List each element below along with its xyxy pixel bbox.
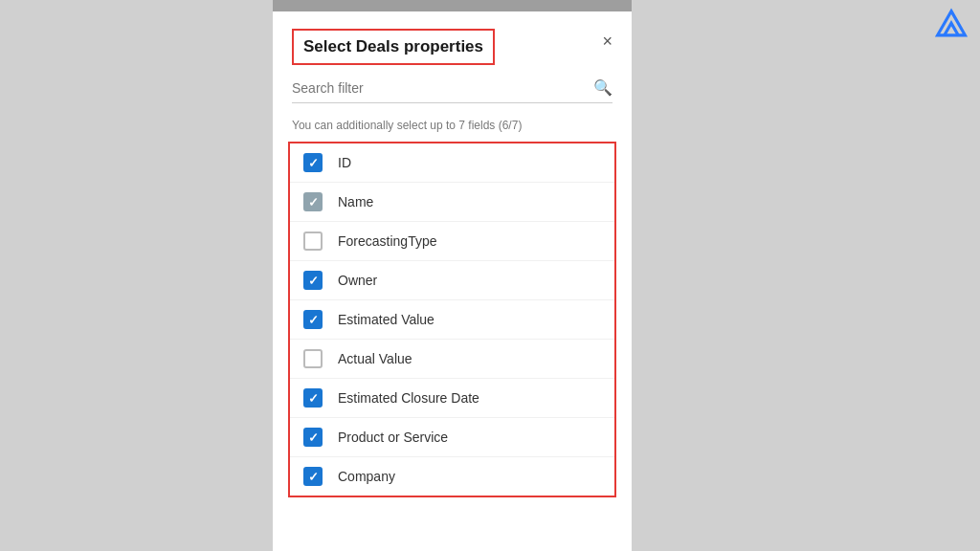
modal-title: Select Deals properties [292,29,495,65]
checkbox-item-company[interactable]: ✓Company [290,457,614,496]
modal-panel: Select Deals properties × 🔍 You can addi… [273,0,632,551]
checkbox-box-forecastingtype [303,231,323,251]
checkbox-label-id: ID [338,155,351,170]
checkbox-label-estimated-value: Estimated Value [338,312,434,327]
checkbox-box-product-or-service: ✓ [303,428,323,447]
search-wrapper: 🔍 [292,78,612,103]
checkbox-item-owner[interactable]: ✓Owner [290,261,614,300]
page-wrapper: Select Deals properties × 🔍 You can addi… [0,0,980,551]
modal-topbar [273,0,632,11]
subtitle: You can additionally select up to 7 fiel… [273,111,632,142]
attio-logo [934,8,969,42]
checkbox-label-owner: Owner [338,273,377,288]
search-icon: 🔍 [593,78,612,97]
close-button[interactable]: × [602,33,612,50]
checkbox-label-name: Name [338,194,373,209]
checkbox-list-inner: ✓ID✓NameForecastingType✓Owner✓Estimated … [288,142,616,497]
checkmark-icon: ✓ [308,196,319,209]
checkbox-box-owner: ✓ [303,271,323,290]
checkbox-list: ✓ID✓NameForecastingType✓Owner✓Estimated … [273,142,632,551]
checkmark-icon: ✓ [308,275,319,287]
checkbox-box-actual-value [303,349,323,368]
checkbox-box-estimated-closure-date: ✓ [303,388,323,408]
checkmark-icon: ✓ [308,157,319,169]
checkbox-label-company: Company [338,469,395,484]
checkmark-icon: ✓ [308,314,319,326]
checkbox-item-forecastingtype[interactable]: ForecastingType [290,222,614,261]
checkmark-icon: ✓ [308,471,319,483]
checkbox-item-name[interactable]: ✓Name [290,183,614,222]
checkbox-box-company: ✓ [303,467,323,486]
checkbox-box-estimated-value: ✓ [303,310,323,329]
checkbox-box-id: ✓ [303,153,323,172]
checkmark-icon: ✓ [308,431,319,444]
checkbox-item-actual-value[interactable]: Actual Value [290,340,614,379]
search-input[interactable] [292,80,593,96]
checkbox-item-estimated-closure-date[interactable]: ✓Estimated Closure Date [290,379,614,418]
checkbox-label-forecastingtype: ForecastingType [338,233,437,249]
checkbox-item-estimated-value[interactable]: ✓Estimated Value [290,300,614,340]
search-area: 🔍 [273,78,632,111]
checkmark-icon: ✓ [308,392,319,405]
checkbox-item-product-or-service[interactable]: ✓Product or Service [290,418,614,457]
checkbox-label-estimated-closure-date: Estimated Closure Date [338,390,479,406]
checkbox-label-actual-value: Actual Value [338,351,412,366]
modal-header: Select Deals properties × [273,11,632,78]
checkbox-label-product-or-service: Product or Service [338,430,448,445]
checkbox-box-name: ✓ [303,192,323,211]
checkbox-item-id[interactable]: ✓ID [290,143,614,183]
